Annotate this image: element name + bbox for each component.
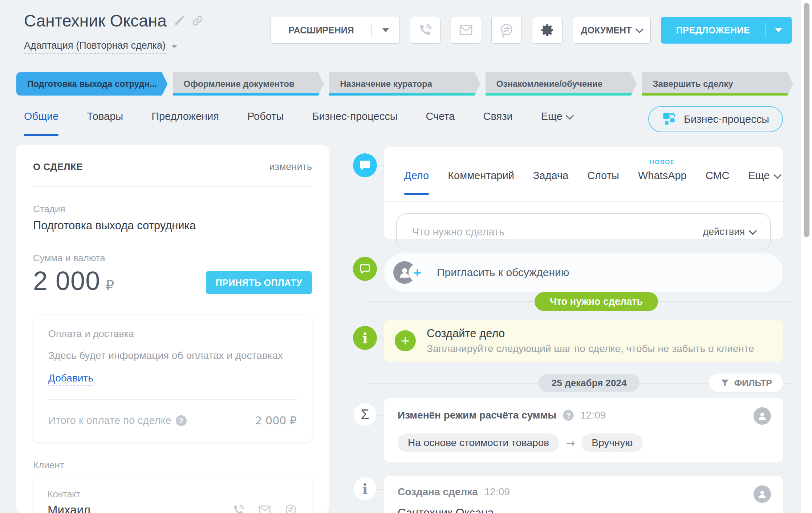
tl-tab-slots[interactable]: Слоты <box>587 170 619 195</box>
tl-tab-deal[interactable]: Дело <box>404 170 429 195</box>
connector-line <box>377 165 384 166</box>
tl-tab-comment[interactable]: Комментарий <box>448 170 514 195</box>
chevron-down-icon <box>749 227 757 235</box>
tl-tab-task[interactable]: Задача <box>533 170 568 195</box>
scrollbar-track[interactable] <box>801 0 812 513</box>
tab-business-processes[interactable]: Бизнес-процессы <box>312 110 397 136</box>
help-icon[interactable]: ? <box>563 410 574 421</box>
stage-label: Завершить сделку <box>653 79 733 89</box>
tl-tab-more[interactable]: Еще <box>748 170 780 195</box>
settings-button[interactable] <box>532 17 563 44</box>
edit-link[interactable]: изменить <box>269 161 312 173</box>
create-activity-subtitle: Запланируйте следующий шаг по сделке, чт… <box>427 343 754 355</box>
tab-robots[interactable]: Роботы <box>247 110 284 136</box>
tab-links[interactable]: Связи <box>483 110 512 136</box>
amount-value[interactable]: 2 000₽ <box>33 266 114 296</box>
person-icon <box>756 488 768 500</box>
tab-more[interactable]: Еще <box>541 110 573 136</box>
create-activity-card[interactable]: + Создайте дело Запланируйте следующий ш… <box>384 320 783 362</box>
date-badge: 25 декабря 2024 <box>539 374 640 392</box>
help-icon[interactable]: ? <box>176 415 187 426</box>
email-button[interactable] <box>451 17 481 44</box>
connector-line <box>377 489 384 490</box>
header-actions: РАСШИРЕНИЯ ДОКУМЕНТ ПРЕДЛОЖЕНИЕ <box>271 17 792 44</box>
stage-progress-bar <box>173 93 324 96</box>
deal-category-selector[interactable]: Адаптация (Повторная сделка) <box>24 40 177 54</box>
chevron-down-icon <box>565 111 574 120</box>
sum-change-icon: Σ <box>353 403 377 427</box>
contact-field-label: Контакт <box>48 489 297 500</box>
edit-title-icon[interactable] <box>174 15 185 26</box>
more-label: Еще <box>541 110 563 122</box>
main-tabs: Общие Товары Предложения Роботы Бизнес-п… <box>24 110 573 136</box>
filter-button[interactable]: ФИЛЬТР <box>709 373 783 392</box>
stage-item-2[interactable]: Оформление документов <box>173 72 324 96</box>
stage-item-5[interactable]: Завершить сделку <box>642 72 793 96</box>
stage-progress-bar <box>486 93 637 96</box>
extensions-button[interactable]: РАСШИРЕНИЯ <box>271 17 400 44</box>
plus-icon[interactable]: + <box>395 330 416 351</box>
entry-time: 12:09 <box>484 486 510 498</box>
payment-delivery-card: Оплата и доставка Здесь будет информация… <box>33 315 312 442</box>
stage-pipeline: Подготовка выхода сотрудн... Оформление … <box>16 72 793 96</box>
flowchart-icon <box>662 112 677 126</box>
mail-icon[interactable] <box>258 504 271 513</box>
stage-progress-bar <box>16 93 168 96</box>
scrollbar-thumb[interactable] <box>804 3 809 237</box>
extensions-dropdown[interactable] <box>372 28 399 32</box>
avatar[interactable] <box>754 407 771 425</box>
copy-link-icon[interactable] <box>192 15 203 26</box>
call-button[interactable] <box>410 17 440 44</box>
business-process-button[interactable]: Бизнес-процессы <box>648 106 783 132</box>
new-badge: НОВОЕ <box>650 159 675 166</box>
stage-label: Оформление документов <box>184 79 295 89</box>
contact-name[interactable]: Михаил <box>48 503 90 513</box>
tl-tab-sms[interactable]: СМС <box>706 170 730 195</box>
change-from-pill: На основе стоимости товаров <box>398 433 559 452</box>
divider <box>33 186 312 187</box>
currency-symbol: ₽ <box>105 277 114 293</box>
tl-tab-whatsapp[interactable]: НОВОЕ WhatsApp <box>638 170 687 195</box>
proposal-button[interactable]: ПРЕДЛОЖЕНИЕ <box>661 17 792 44</box>
tab-invoices[interactable]: Счета <box>426 110 455 136</box>
person-icon <box>756 410 768 422</box>
timeline-tabs: Дело Комментарий Задача Слоты НОВОЕ What… <box>384 147 783 202</box>
entry-time: 12:09 <box>580 409 606 421</box>
entry-title: Изменён режим расчёта суммы <box>398 409 556 421</box>
actions-dropdown[interactable]: действия <box>703 226 756 238</box>
stage-item-4[interactable]: Ознакомление/обучение <box>486 72 637 96</box>
filter-label: ФИЛЬТР <box>734 378 772 388</box>
invite-avatar: + <box>393 260 428 284</box>
stage-item-3[interactable]: Назначение куратора <box>329 72 480 96</box>
add-payment-link[interactable]: Добавить <box>48 372 93 386</box>
tab-products[interactable]: Товары <box>87 110 123 136</box>
proposal-dropdown[interactable] <box>766 28 792 32</box>
tab-proposals[interactable]: Предложения <box>151 110 219 136</box>
amount-number: 2 000 <box>33 266 100 295</box>
stage-progress-bar <box>642 93 793 96</box>
info-icon: i <box>353 326 377 350</box>
stage-field-value[interactable]: Подготовка выхода сотрудника <box>33 219 312 232</box>
total-label: Итого к оплате по сделке <box>48 415 171 427</box>
phone-icon <box>418 23 433 37</box>
stage-item-1[interactable]: Подготовка выхода сотрудн... <box>16 72 168 96</box>
document-button[interactable]: ДОКУМЕНТ <box>573 17 651 44</box>
tab-general[interactable]: Общие <box>24 110 58 136</box>
total-value: 2 000 ₽ <box>255 414 297 427</box>
invite-label: Пригласить к обсуждению <box>437 266 569 279</box>
funnel-icon <box>720 378 730 388</box>
client-field-label: Клиент <box>33 460 312 471</box>
chat-transfer-icon[interactable] <box>284 504 297 513</box>
discussion-bubble-icon <box>353 257 377 281</box>
header: Сантехник Оксана <box>24 11 203 31</box>
open-lines-button[interactable] <box>491 17 522 44</box>
phone-icon[interactable] <box>232 504 245 513</box>
todo-input[interactable] <box>411 226 703 238</box>
accept-payment-button[interactable]: ПРИНЯТЬ ОПЛАТУ <box>206 271 312 294</box>
avatar[interactable] <box>754 485 771 503</box>
timeline-entry: Изменён режим расчёта суммы ? 12:09 На о… <box>384 398 783 462</box>
invite-discussion-row[interactable]: + Пригласить к обсуждению <box>384 253 783 292</box>
stage-field-label: Стадия <box>33 203 312 215</box>
arrow-right-icon: → <box>566 437 575 449</box>
caret-down-icon <box>382 28 389 32</box>
